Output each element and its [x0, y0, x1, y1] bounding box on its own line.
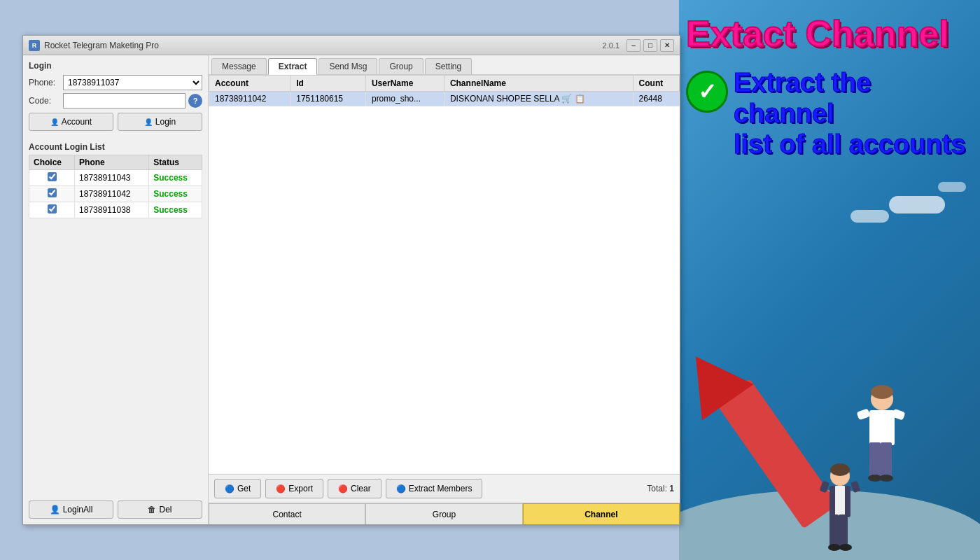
login-all-button[interactable]: 👤 LoginAll: [29, 500, 113, 519]
phone-row: Phone: 18738911037: [29, 75, 202, 90]
del-icon: 🗑: [148, 505, 156, 514]
account-checkbox[interactable]: [48, 172, 57, 181]
data-area: Account Id UserName ChannelName Count 18…: [209, 75, 680, 474]
minimize-button[interactable]: –: [626, 39, 640, 52]
svg-point-21: [839, 544, 852, 551]
promo-panel: Extact Channel ✓ Extract the channellist…: [679, 0, 980, 560]
check-circle: ✓: [686, 71, 728, 113]
account-row: 18738911043 Success: [29, 170, 202, 186]
col-account: Account: [209, 76, 290, 92]
help-button[interactable]: ?: [188, 94, 202, 108]
col-username: UserName: [365, 76, 444, 92]
account-list-title: Account Login List: [29, 142, 202, 152]
main-area: Message Extract Send Msg Group Setting A…: [209, 55, 680, 524]
bottom-tab-channel[interactable]: Channel: [523, 503, 680, 524]
left-panel: Login Phone: 18738911037 Code: ? 👤 Accou…: [23, 55, 209, 524]
extract-members-button[interactable]: 🔵 Extract Members: [386, 479, 483, 498]
app-icon: R: [29, 40, 40, 51]
bottom-tabs: Contact Group Channel: [209, 503, 680, 524]
export-button[interactable]: 🔴 Export: [265, 479, 323, 498]
channel-account: 18738911042: [209, 92, 290, 106]
svg-rect-16: [830, 514, 839, 546]
account-phone: 18738911042: [75, 186, 149, 202]
tab-extract[interactable]: Extract: [268, 58, 318, 75]
col-channelname: ChannelName: [444, 76, 633, 92]
promo-title: Extact Channel: [679, 0, 980, 61]
window-controls: – □ ✕: [626, 39, 674, 52]
login-section: Login Phone: 18738911037 Code: ? 👤 Accou…: [29, 61, 202, 131]
bottom-tab-group[interactable]: Group: [365, 503, 522, 524]
close-button[interactable]: ✕: [660, 39, 674, 52]
checkbox-cell: [29, 186, 75, 202]
promo-subtitle-wrapper: ✓ Extract the channellist of all account…: [679, 61, 980, 167]
app-title: Rocket Telegram Maketing Pro: [44, 41, 603, 50]
account-status: Success: [149, 202, 202, 218]
extract-members-icon: 🔵: [396, 484, 406, 493]
total-label: Total: 1: [647, 484, 674, 493]
channel-id: 1751180615: [290, 92, 366, 106]
account-button[interactable]: 👤 Account: [29, 113, 113, 131]
channel-table: Account Id UserName ChannelName Count 18…: [209, 75, 680, 106]
account-status: Success: [149, 170, 202, 186]
main-bottom: 🔵 Get 🔴 Export 🔴 Clear 🔵 Extract Members…: [209, 474, 680, 503]
main-window: R Rocket Telegram Maketing Pro 2.0.1 – □…: [22, 35, 680, 525]
account-table: Choice Phone Status 18738911043 Success …: [29, 155, 202, 218]
tab-message[interactable]: Message: [211, 58, 267, 74]
arrow-illustration: [679, 266, 980, 560]
login-icon: 👤: [144, 118, 153, 126]
tab-setting[interactable]: Setting: [425, 58, 472, 74]
account-checkbox[interactable]: [48, 204, 57, 214]
left-bottom: 👤 LoginAll 🗑 Del: [29, 495, 202, 519]
title-bar: R Rocket Telegram Maketing Pro 2.0.1 – □…: [23, 36, 680, 55]
svg-rect-8: [856, 408, 870, 420]
tab-group[interactable]: Group: [379, 58, 423, 74]
code-input[interactable]: [63, 93, 186, 108]
svg-rect-6: [869, 442, 881, 477]
phone-label: Phone:: [29, 78, 60, 88]
col-id: Id: [290, 76, 366, 92]
bottom-tab-contact[interactable]: Contact: [209, 503, 365, 524]
account-phone: 18738911038: [75, 202, 149, 218]
login-title: Login: [29, 61, 202, 71]
svg-point-11: [879, 475, 893, 482]
get-button[interactable]: 🔵 Get: [214, 479, 261, 498]
maximize-button[interactable]: □: [643, 39, 657, 52]
app-version: 2.0.1: [603, 41, 620, 50]
person-icon: 👤: [50, 118, 59, 126]
channel-username: promo_sho...: [365, 92, 444, 106]
checkbox-cell: [29, 170, 75, 186]
cloud-2: [850, 210, 889, 223]
tab-bar: Message Extract Send Msg Group Setting: [209, 55, 680, 75]
svg-rect-5: [869, 410, 895, 445]
account-phone: 18738911043: [75, 170, 149, 186]
channel-row[interactable]: 18738911042 1751180615 promo_sho... DISK…: [209, 92, 680, 106]
login-buttons: 👤 Account 👤 Login: [29, 113, 202, 131]
code-row: Code: ?: [29, 93, 202, 108]
export-icon: 🔴: [276, 484, 286, 493]
del-button[interactable]: 🗑 Del: [118, 500, 202, 519]
check-icon: ✓: [698, 78, 717, 105]
clear-icon: 🔴: [338, 484, 348, 493]
promo-subtitle: Extract the channellist of all accounts: [734, 68, 973, 160]
account-row: 18738911042 Success: [29, 186, 202, 202]
svg-point-20: [828, 544, 841, 551]
channel-name: DISKONAN SHOPEE SELLA 🛒 📋: [444, 92, 633, 106]
get-icon: 🔵: [225, 484, 234, 493]
tab-send-msg[interactable]: Send Msg: [318, 58, 377, 74]
col-count: Count: [633, 76, 679, 92]
checkbox-cell: [29, 202, 75, 218]
cloud-1: [889, 196, 945, 214]
login-all-icon: 👤: [50, 505, 60, 514]
account-checkbox[interactable]: [48, 188, 57, 197]
col-choice: Choice: [29, 155, 75, 170]
account-status: Success: [149, 186, 202, 202]
clear-button[interactable]: 🔴 Clear: [328, 479, 382, 498]
svg-point-4: [871, 385, 893, 399]
svg-rect-17: [839, 514, 848, 546]
phone-select[interactable]: 18738911037: [63, 75, 202, 90]
col-phone: Phone: [75, 155, 149, 170]
svg-rect-7: [881, 442, 892, 477]
svg-rect-15: [835, 486, 845, 517]
login-button[interactable]: 👤 Login: [118, 113, 202, 131]
code-label: Code:: [29, 96, 60, 106]
